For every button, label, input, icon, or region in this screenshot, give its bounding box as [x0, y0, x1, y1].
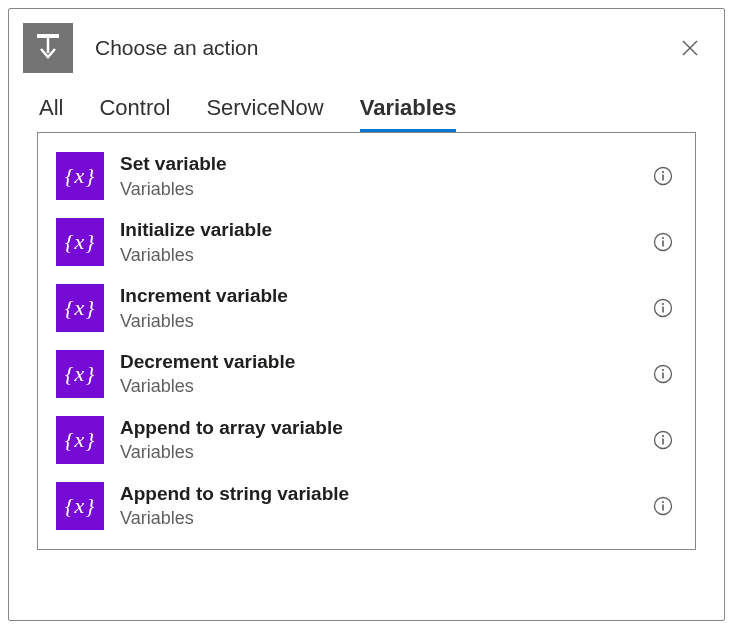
- action-text: Append to string variableVariables: [120, 481, 633, 531]
- action-title: Set variable: [120, 151, 633, 177]
- action-connector-label: Variables: [120, 440, 633, 464]
- info-icon: [653, 430, 673, 450]
- action-text: Initialize variableVariables: [120, 217, 633, 267]
- variables-connector-icon: {x}: [56, 482, 104, 530]
- variables-connector-icon: {x}: [56, 416, 104, 464]
- variables-connector-icon: {x}: [56, 152, 104, 200]
- info-icon: [653, 166, 673, 186]
- action-connector-label: Variables: [120, 506, 633, 530]
- svg-point-5: [662, 171, 664, 173]
- action-connector-label: Variables: [120, 309, 633, 333]
- info-button[interactable]: [649, 360, 677, 388]
- info-button[interactable]: [649, 162, 677, 190]
- action-text: Append to array variableVariables: [120, 415, 633, 465]
- close-button[interactable]: [674, 32, 706, 64]
- info-icon: [653, 232, 673, 252]
- tabs-bar: AllControlServiceNowVariables: [9, 87, 724, 132]
- svg-rect-0: [37, 34, 59, 38]
- action-title: Decrement variable: [120, 349, 633, 375]
- tab-variables[interactable]: Variables: [360, 95, 457, 132]
- svg-rect-15: [662, 372, 664, 378]
- svg-rect-18: [662, 438, 664, 444]
- svg-point-11: [662, 303, 664, 305]
- action-connector-label: Variables: [120, 374, 633, 398]
- info-icon: [653, 298, 673, 318]
- action-row[interactable]: {x}Initialize variableVariables: [52, 209, 681, 275]
- choose-action-panel: Choose an action AllControlServiceNowVar…: [8, 8, 725, 621]
- action-text: Decrement variableVariables: [120, 349, 633, 399]
- info-icon: [653, 496, 673, 516]
- header-icon: [23, 23, 73, 73]
- action-row[interactable]: {x}Increment variableVariables: [52, 275, 681, 341]
- insert-step-icon: [31, 31, 65, 65]
- action-row[interactable]: {x}Decrement variableVariables: [52, 341, 681, 407]
- svg-rect-6: [662, 174, 664, 180]
- svg-rect-9: [662, 240, 664, 246]
- action-row[interactable]: {x}Append to string variableVariables: [52, 473, 681, 539]
- info-button[interactable]: [649, 426, 677, 454]
- variables-connector-icon: {x}: [56, 284, 104, 332]
- svg-point-14: [662, 369, 664, 371]
- panel-header: Choose an action: [9, 9, 724, 87]
- action-title: Increment variable: [120, 283, 633, 309]
- action-title: Append to array variable: [120, 415, 633, 441]
- action-row[interactable]: {x}Set variableVariables: [52, 143, 681, 209]
- tab-control[interactable]: Control: [99, 95, 170, 132]
- close-icon: [681, 39, 699, 57]
- info-button[interactable]: [649, 294, 677, 322]
- svg-rect-12: [662, 306, 664, 312]
- variables-connector-icon: {x}: [56, 350, 104, 398]
- action-title: Initialize variable: [120, 217, 633, 243]
- actions-list: {x}Set variableVariables{x}Initialize va…: [52, 143, 681, 539]
- action-title: Append to string variable: [120, 481, 633, 507]
- svg-point-8: [662, 237, 664, 239]
- panel-title: Choose an action: [95, 36, 652, 60]
- info-button[interactable]: [649, 228, 677, 256]
- action-text: Set variableVariables: [120, 151, 633, 201]
- svg-point-20: [662, 501, 664, 503]
- info-button[interactable]: [649, 492, 677, 520]
- action-connector-label: Variables: [120, 243, 633, 267]
- action-text: Increment variableVariables: [120, 283, 633, 333]
- tab-servicenow[interactable]: ServiceNow: [206, 95, 323, 132]
- info-icon: [653, 364, 673, 384]
- actions-list-container: {x}Set variableVariables{x}Initialize va…: [37, 132, 696, 550]
- action-row[interactable]: {x}Append to array variableVariables: [52, 407, 681, 473]
- svg-rect-21: [662, 504, 664, 510]
- action-connector-label: Variables: [120, 177, 633, 201]
- variables-connector-icon: {x}: [56, 218, 104, 266]
- tab-all[interactable]: All: [39, 95, 63, 132]
- svg-point-17: [662, 435, 664, 437]
